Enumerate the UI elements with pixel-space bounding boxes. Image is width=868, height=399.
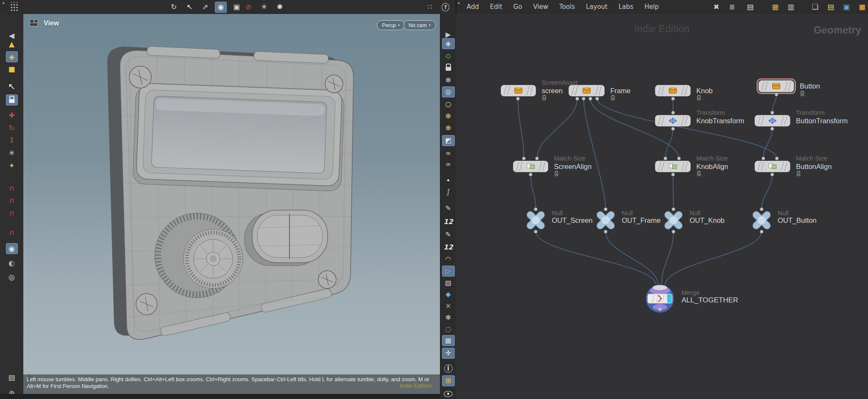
move-tool-icon[interactable]: ✚ xyxy=(6,110,18,121)
visualizers-icon[interactable]: ▦ xyxy=(442,335,455,346)
organize-layout-icon[interactable]: ∷ xyxy=(424,2,436,13)
construction-plane-icon[interactable]: ◈ xyxy=(442,38,455,49)
network-editor[interactable]: Indie Edition Geometry ScreenAssetscreen… xyxy=(456,14,868,399)
node-screen[interactable]: ScreenAssetscreen xyxy=(501,79,578,100)
cameras-tool-icon[interactable]: ◉ xyxy=(215,2,227,13)
snapshot-eye-icon[interactable] xyxy=(442,388,455,399)
persp-view-button[interactable]: Persp ▾ xyxy=(377,20,405,30)
node-out_screen[interactable]: NullOUT_Screen xyxy=(526,208,593,233)
node-knobtransform[interactable]: TransformKnobTransform xyxy=(655,109,744,130)
svg-text:Null: Null xyxy=(552,209,563,216)
profile-curves-icon[interactable]: ◠ xyxy=(442,254,455,265)
takes-clipboard-icon[interactable]: ▤ xyxy=(6,372,18,383)
node-screenalign[interactable]: Match SizeScreenAlign xyxy=(513,155,592,176)
primitive-box-icon[interactable]: ■ xyxy=(6,64,18,75)
node-frame[interactable]: Frame xyxy=(569,85,631,100)
handles-tool-icon[interactable]: ✦ xyxy=(6,160,18,171)
snap-magnet-icon[interactable]: ∩ xyxy=(6,227,18,238)
scene-viewport[interactable]: View Persp ▾ No cam ▾ Left mouse tumbles… xyxy=(23,14,440,394)
parameters-list-icon[interactable]: ▤ xyxy=(744,2,756,13)
light-lens-icon[interactable]: ◎ xyxy=(6,272,18,283)
info-icon[interactable]: i xyxy=(442,363,455,374)
view-camera-tool-icon[interactable]: ◉ xyxy=(6,243,18,254)
prim-normals-icon[interactable]: ▷ xyxy=(442,266,455,277)
show-selected-only-icon[interactable]: ◇ xyxy=(442,50,455,61)
camera-pan-icon[interactable]: ⇗ xyxy=(199,2,211,13)
hq-shadows-icon[interactable]: ⊕ xyxy=(442,122,455,133)
chevron-down-icon: ▾ xyxy=(398,23,400,27)
color-correction-icon[interactable]: ⊞ xyxy=(442,375,455,386)
lock-view-icon[interactable] xyxy=(442,62,455,73)
node-out_frame[interactable]: NullOUT_Frame xyxy=(595,208,661,233)
sprite-display-icon[interactable]: ◌ xyxy=(442,324,455,335)
menu-help[interactable]: Help xyxy=(639,0,664,14)
no-render-icon[interactable]: ⊘ xyxy=(242,2,254,13)
primitive-cone-icon[interactable]: ▲ xyxy=(6,39,18,50)
node-knob[interactable]: Knob xyxy=(655,85,713,100)
prim-hulls-icon[interactable]: ▨ xyxy=(442,277,455,288)
shading-mode-icon[interactable]: ◩ xyxy=(442,135,455,146)
hq-lighting-icon[interactable]: ⊕ xyxy=(442,111,455,122)
menu-layout[interactable]: Layout xyxy=(580,0,613,14)
select-cursor-icon[interactable]: ↖ xyxy=(184,2,195,13)
color-palette-icon[interactable]: ▦ xyxy=(769,2,781,13)
menu-view[interactable]: View xyxy=(528,0,554,14)
show-trails-icon[interactable]: ∫ xyxy=(442,186,455,197)
rig-pose-icon[interactable]: ✳ xyxy=(6,147,18,158)
material-globe-icon[interactable]: ◐ xyxy=(6,258,18,269)
vertex-numbers-icon[interactable]: 12 xyxy=(442,242,455,253)
vertex-markers-icon[interactable]: ✎ xyxy=(442,229,455,240)
node-buttontransform[interactable]: TransformButtonTransform xyxy=(755,109,848,130)
pane-collapse-arrow-icon[interactable]: ▴ xyxy=(458,0,460,5)
headlight-only-icon[interactable]: ◎ xyxy=(442,86,455,97)
menu-tools[interactable]: Tools xyxy=(554,0,581,14)
help-icon[interactable]: ? xyxy=(440,2,451,13)
render-settings-icon[interactable]: ✺ xyxy=(274,2,286,13)
main-menu-grid-icon[interactable] xyxy=(9,2,19,11)
update-materials-icon[interactable]: ∞ xyxy=(442,159,455,170)
disable-lights-icon[interactable]: ⊗ xyxy=(442,75,455,86)
network-tree-icon[interactable]: ≣ xyxy=(726,2,738,13)
floating-window-icon[interactable]: ❏ xyxy=(809,2,821,13)
snap-curve-magnet-icon[interactable]: ∩ xyxy=(6,195,18,206)
normal-lighting-icon[interactable]: ○ xyxy=(442,99,455,110)
secure-selection-icon[interactable] xyxy=(6,94,18,105)
node-out_button[interactable]: NullOUT_Button xyxy=(751,208,817,233)
tools-wrench-icon[interactable]: ✖ xyxy=(710,2,722,13)
sticky-note-icon[interactable]: ▤ xyxy=(825,2,837,13)
node-knobalign[interactable]: Match SizeKnobAlign xyxy=(655,155,728,176)
pivot-display-icon[interactable]: ◆ xyxy=(442,289,455,300)
point-markers-icon[interactable]: ✎ xyxy=(442,203,455,214)
rotate-tool-icon[interactable]: ↻ xyxy=(6,122,18,133)
group-overlay-icon[interactable]: ✕ xyxy=(442,301,455,312)
menu-labs[interactable]: Labs xyxy=(613,0,639,14)
primitive-grid-icon[interactable]: ◈ xyxy=(6,51,18,62)
tumble-view-icon[interactable]: ↻ xyxy=(168,2,180,13)
asset-box-icon[interactable]: ■ xyxy=(856,2,868,13)
select-tool-icon[interactable]: ↖ xyxy=(6,81,18,92)
menu-go[interactable]: Go xyxy=(508,0,528,14)
menu-add[interactable]: Add xyxy=(461,0,484,14)
flipbook-render-icon[interactable]: ✳ xyxy=(258,2,270,13)
panel-layout-icon[interactable]: ▥ xyxy=(785,2,797,13)
no-cam-button[interactable]: No cam ▾ xyxy=(403,20,436,30)
show-points-icon[interactable]: • xyxy=(442,175,455,186)
radio-device-model[interactable] xyxy=(107,46,353,339)
snap-point-magnet-icon[interactable]: ∩ xyxy=(6,208,18,219)
point-numbers-icon[interactable]: 12 xyxy=(442,216,455,227)
scene-pin-icon[interactable]: ✛ xyxy=(442,348,455,359)
image-add-icon[interactable]: ▣ xyxy=(840,2,852,13)
node-button[interactable]: Button xyxy=(757,79,820,97)
viewport-3d-scene[interactable] xyxy=(23,14,440,394)
zoom-region-icon[interactable]: ▣ xyxy=(231,2,242,13)
scale-tool-icon[interactable]: ↕ xyxy=(6,135,18,146)
snap-grid-magnet-icon[interactable]: ∩ xyxy=(6,183,18,194)
node-wire xyxy=(531,175,536,209)
pane-split-arrow-icon[interactable]: ▴ xyxy=(3,0,5,5)
node-buttonalign[interactable]: Match SizeButtonAlign xyxy=(755,155,832,176)
node-out_knob[interactable]: NullOUT_Knob xyxy=(663,208,725,233)
particle-display-icon[interactable]: ✻ xyxy=(442,312,455,323)
node-all_together[interactable]: MergeALL_TOGETHER xyxy=(646,285,738,313)
show-materials-icon[interactable]: ∞ xyxy=(442,148,455,159)
menu-edit[interactable]: Edit xyxy=(484,0,508,14)
